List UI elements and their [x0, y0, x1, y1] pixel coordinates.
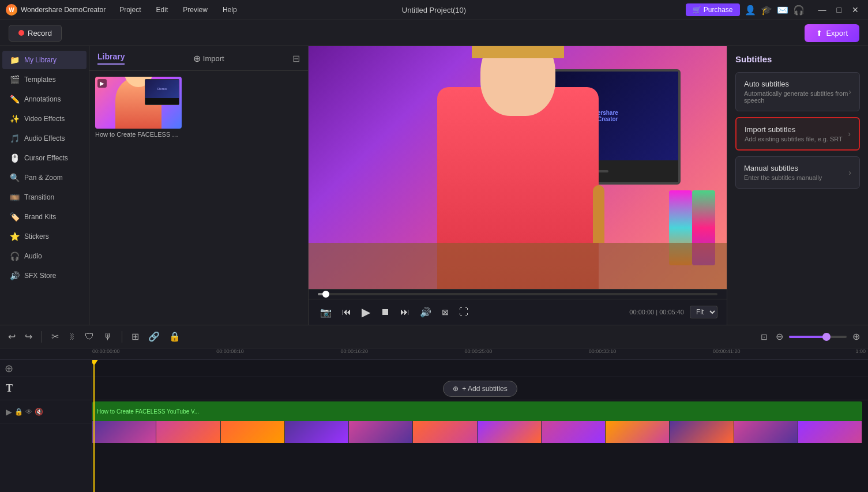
- auto-subtitles-chevron: ›: [848, 87, 851, 96]
- zoom-out-button[interactable]: ⊖: [773, 330, 786, 343]
- sidebar-label-cursor-effects: Cursor Effects: [24, 154, 68, 162]
- fit-select[interactable]: Fit: [690, 306, 717, 318]
- sidebar-item-annotations[interactable]: ✏️ Annotations: [2, 90, 87, 108]
- menu-project[interactable]: Project: [117, 5, 143, 15]
- add-track-button[interactable]: ⊕: [5, 362, 13, 375]
- video-type-badge: ▶: [97, 79, 107, 88]
- screenshot-button[interactable]: 📷: [318, 306, 334, 319]
- sidebar-item-pan-zoom[interactable]: 🔍 Pan & Zoom: [2, 168, 87, 187]
- link-button[interactable]: 🔗: [146, 330, 162, 343]
- track-video-icon: ▶: [6, 407, 12, 416]
- plus-icon: ⊕: [193, 53, 201, 64]
- track-eye-button[interactable]: 👁: [25, 408, 32, 416]
- sidebar-label-audio: Audio: [24, 252, 42, 260]
- purchase-label: Purchase: [704, 6, 733, 14]
- timeline-toolbar: ↩ ↪ ✂ ⧚ 🛡 🎙 ⊞ 🔗 🔒 ⊡ ⊖ ⊕: [0, 325, 868, 348]
- ruler-label-1: 00:00:08:10: [216, 348, 244, 354]
- ruler-label-3: 00:00:25:00: [465, 348, 493, 354]
- cursor-effects-icon: 🖱️: [9, 153, 20, 163]
- vt-thumb-11: [734, 421, 798, 443]
- record-timeline-button[interactable]: 🎙: [101, 330, 115, 343]
- my-library-icon: 📁: [9, 55, 20, 65]
- sidebar-item-templates[interactable]: 🎬 Templates: [2, 70, 87, 89]
- record-button[interactable]: Record: [9, 25, 62, 42]
- fullscreen-button[interactable]: ⛶: [457, 306, 471, 318]
- tracks-area: ⊕ + Add subtitles How to Create FACELESS…: [92, 360, 868, 492]
- record-dot-icon: [18, 30, 24, 36]
- sidebar-item-audio-effects[interactable]: 🎵 Audio Effects: [2, 129, 87, 148]
- main-layout: 📁 My Library 🎬 Templates ✏️ Annotations …: [0, 46, 868, 325]
- ruler-label-0: 00:00:00:00: [92, 348, 120, 354]
- manual-subtitles-chevron: ›: [848, 168, 851, 177]
- purchase-button[interactable]: 🛒 Purchase: [686, 3, 740, 16]
- vt-thumb-5: [349, 421, 413, 443]
- menu-help[interactable]: Help: [220, 5, 239, 15]
- video-clip[interactable]: How to Create FACELESS YouTube V...: [92, 401, 862, 421]
- undo-button[interactable]: ↩: [6, 330, 18, 343]
- sidebar-item-my-library[interactable]: 📁 My Library: [2, 51, 87, 69]
- shield-button[interactable]: 🛡: [82, 330, 96, 343]
- track-labels: ⊕ T ▶ 🔒 👁 🔇: [0, 360, 92, 492]
- maximize-button[interactable]: □: [833, 4, 845, 16]
- zoom-in-button[interactable]: ⊕: [850, 330, 862, 343]
- sidebar-item-brand-kits[interactable]: 🏷️ Brand Kits: [2, 208, 87, 226]
- crop-button[interactable]: ⊠: [439, 306, 451, 318]
- sidebar-item-video-effects[interactable]: ✨ Video Effects: [2, 110, 87, 128]
- forward-button[interactable]: ⏭: [398, 306, 412, 318]
- rewind-button[interactable]: ⏮: [340, 306, 354, 318]
- add-track-row: ⊕: [0, 360, 92, 377]
- toolbar-separator-1: [42, 331, 42, 343]
- vt-thumb-10: [670, 421, 734, 443]
- vt-thumb-12: [798, 421, 862, 443]
- video-preview: WondershareDemoCreator: [309, 46, 727, 325]
- user-icon[interactable]: 👤: [745, 5, 756, 16]
- split-button[interactable]: ⧚: [66, 331, 78, 342]
- sidebar-item-transition[interactable]: 🎞️ Transition: [2, 188, 87, 206]
- filter-icon[interactable]: ⊟: [292, 53, 300, 64]
- export-button[interactable]: ⬆ Export: [805, 24, 859, 42]
- menu-edit[interactable]: Edit: [154, 5, 171, 15]
- track-lock-button[interactable]: 🔒: [14, 408, 23, 416]
- video-track-label: ▶ 🔒 👁 🔇: [0, 400, 92, 423]
- media-thumbnail-card[interactable]: ▶ Demo How to Create FACELESS Yo...: [95, 77, 182, 138]
- time-current: 00:00:00 | 00:05:40: [629, 309, 684, 316]
- sidebar-item-sfx-store[interactable]: 🔊 SFX Store: [2, 266, 87, 285]
- vt-thumb-3: [221, 421, 285, 443]
- graduation-icon[interactable]: 🎓: [761, 5, 772, 16]
- add-subtitles-button[interactable]: ⊕ + Add subtitles: [443, 381, 517, 397]
- playhead: [93, 360, 95, 492]
- vt-thumb-4: [285, 421, 349, 443]
- zoom-slider[interactable]: [789, 336, 847, 338]
- progress-row: [309, 289, 727, 299]
- trim-button[interactable]: ✂: [49, 330, 61, 343]
- sidebar-item-audio[interactable]: 🎧 Audio: [2, 247, 87, 265]
- menu-preview[interactable]: Preview: [181, 5, 210, 15]
- close-button[interactable]: ✕: [848, 4, 862, 16]
- volume-button[interactable]: 🔊: [418, 306, 434, 319]
- sidebar-label-pan-zoom: Pan & Zoom: [24, 174, 63, 182]
- import-button[interactable]: ⊕ Import: [193, 53, 224, 64]
- track-spacer: [92, 360, 868, 377]
- play-button[interactable]: ▶: [359, 304, 373, 320]
- import-subtitles-desc: Add existing subtitles file, e.g. SRT: [745, 136, 843, 142]
- audio-icon: 🎧: [9, 251, 20, 261]
- track-mute-button[interactable]: 🔇: [35, 408, 43, 416]
- sidebar-label-brand-kits: Brand Kits: [24, 213, 56, 221]
- zoom-fit-button[interactable]: ⊡: [758, 331, 770, 343]
- import-subtitles-option[interactable]: Import subtitles Add existing subtitles …: [735, 117, 860, 151]
- redo-button[interactable]: ↪: [22, 330, 35, 343]
- export-label: Export: [826, 29, 848, 37]
- sidebar-item-stickers[interactable]: ⭐ Stickers: [2, 227, 87, 246]
- headset-icon[interactable]: 🎧: [793, 5, 805, 16]
- ruler-label-5: 00:00:41:20: [713, 348, 741, 354]
- lock-button[interactable]: 🔒: [167, 330, 183, 343]
- snapshot-button[interactable]: ⊞: [129, 330, 141, 343]
- minimize-button[interactable]: —: [815, 4, 830, 16]
- sidebar-item-cursor-effects[interactable]: 🖱️ Cursor Effects: [2, 149, 87, 167]
- video-frame: WondershareDemoCreator: [309, 46, 727, 289]
- progress-bar[interactable]: [318, 293, 717, 295]
- manual-subtitles-option[interactable]: Manual subtitles Enter the subtitles man…: [735, 156, 860, 189]
- stop-button[interactable]: ⏹: [378, 306, 392, 318]
- auto-subtitles-option[interactable]: Auto subtitles Automatically generate su…: [735, 72, 860, 111]
- mail-icon[interactable]: ✉️: [777, 5, 788, 16]
